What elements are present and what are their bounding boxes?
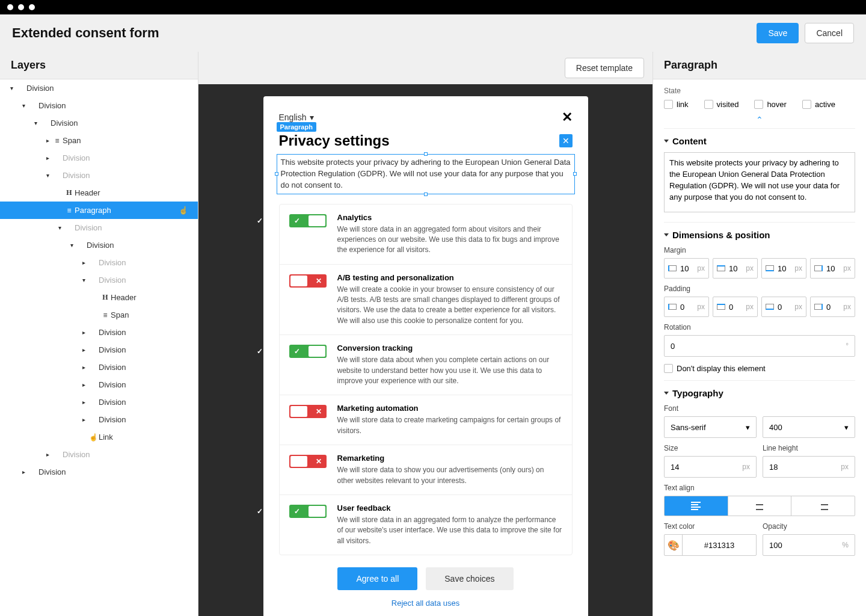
resize-handle-icon[interactable] — [424, 192, 428, 196]
delete-element-button[interactable]: ✕ — [559, 134, 573, 147]
align-center-button[interactable] — [728, 496, 792, 516]
font-select[interactable]: Sans-serif▾ — [664, 416, 757, 438]
resize-handle-icon[interactable] — [573, 172, 577, 176]
padding-row-input[interactable]: px — [713, 297, 758, 317]
box-value[interactable] — [680, 264, 697, 273]
tree-item-division[interactable]: ▸Division — [0, 324, 198, 341]
tree-item-division[interactable]: ▾Division — [0, 219, 198, 236]
tree-item-division[interactable]: ▸Division — [0, 359, 198, 376]
caret-icon[interactable]: ▸ — [79, 346, 88, 353]
caret-icon[interactable]: ▾ — [43, 172, 52, 179]
tree-item-division[interactable]: ▸Division — [0, 411, 198, 428]
caret-icon[interactable]: ▸ — [79, 416, 88, 423]
box-value[interactable] — [729, 264, 746, 273]
save-choices-button[interactable]: Save choices — [426, 567, 513, 590]
tree-item-span[interactable]: ▸≡Span — [0, 132, 198, 149]
state-active-checkbox[interactable]: active — [802, 100, 835, 109]
box-value[interactable] — [778, 264, 794, 273]
tree-item-division[interactable]: ▾Division — [0, 236, 198, 254]
content-textarea[interactable] — [664, 152, 855, 212]
resize-handle-icon[interactable] — [424, 152, 428, 156]
tree-item-division[interactable]: ▸Division — [0, 376, 198, 393]
box-value[interactable] — [680, 303, 697, 312]
state-hover-checkbox[interactable]: hover — [754, 100, 787, 109]
tree-item-division[interactable]: ▾Division — [0, 167, 198, 184]
consent-toggle[interactable]: ✕ — [289, 455, 327, 468]
caret-icon[interactable]: ▸ — [79, 364, 88, 371]
box-value[interactable] — [826, 303, 843, 312]
caret-icon[interactable]: ▸ — [43, 155, 52, 161]
tree-item-division[interactable]: ▸Division — [0, 254, 198, 271]
close-icon[interactable]: ✕ — [562, 109, 573, 125]
caret-icon[interactable]: ▸ — [19, 469, 28, 475]
padding-row-input[interactable]: px — [810, 297, 855, 317]
cancel-button[interactable]: Cancel — [805, 23, 854, 43]
tree-item-link[interactable]: ☝Link — [0, 428, 198, 446]
box-value[interactable] — [729, 303, 746, 312]
language-selector[interactable]: English▾ — [279, 112, 315, 122]
traffic-light-icon[interactable] — [29, 4, 35, 10]
margin-row-input[interactable]: px — [664, 258, 709, 279]
opacity-input[interactable]: 100% — [763, 534, 855, 556]
consent-toggle[interactable]: ✕ — [289, 274, 327, 288]
font-weight-select[interactable]: 400▾ — [763, 416, 855, 438]
tree-item-division[interactable]: ▾Division — [0, 114, 198, 132]
tree-item-division[interactable]: ▸Division — [0, 149, 198, 167]
collapse-caret-icon[interactable]: ⌃ — [664, 115, 855, 128]
tree-item-division[interactable]: ▾Division — [0, 271, 198, 289]
dimensions-section-header[interactable]: Dimensions & position — [664, 230, 855, 240]
consent-toggle[interactable]: ✓ — [289, 214, 327, 227]
layers-tree[interactable]: ▾Division▾Division▾Division▸≡Span▸Divisi… — [0, 79, 198, 616]
consent-toggle[interactable]: ✕ — [289, 405, 327, 418]
tree-item-division[interactable]: ▸Division — [0, 463, 198, 481]
margin-row-input[interactable]: px — [713, 258, 758, 279]
tree-item-header[interactable]: HHeader — [0, 184, 198, 202]
font-size-input[interactable]: 14px — [664, 456, 757, 478]
caret-icon[interactable]: ▸ — [79, 259, 88, 266]
tree-item-division[interactable]: ▸Division — [0, 446, 198, 463]
padding-row-input[interactable]: px — [664, 297, 709, 317]
traffic-light-icon[interactable] — [7, 4, 13, 10]
palette-icon[interactable]: 🎨 — [665, 535, 683, 555]
tree-item-header[interactable]: HHeader — [0, 289, 198, 306]
dont-display-checkbox[interactable]: Don't display this element — [664, 364, 855, 373]
resize-handle-icon[interactable] — [275, 172, 278, 176]
tree-item-span[interactable]: ≡Span — [0, 306, 198, 324]
lineheight-input[interactable]: 18px — [763, 456, 855, 478]
caret-icon[interactable]: ▾ — [19, 102, 28, 109]
tree-item-division[interactable]: ▾Division — [0, 97, 198, 114]
caret-icon[interactable]: ▾ — [55, 224, 64, 231]
margin-row-input[interactable]: px — [761, 258, 806, 279]
caret-icon[interactable]: ▸ — [43, 137, 52, 144]
caret-icon[interactable]: ▾ — [31, 120, 40, 126]
caret-icon[interactable]: ▾ — [7, 85, 16, 91]
text-color-input[interactable]: 🎨 #131313 — [664, 534, 757, 556]
reset-template-button[interactable]: Reset template — [565, 58, 644, 78]
traffic-light-icon[interactable] — [18, 4, 24, 10]
align-left-button[interactable] — [665, 496, 728, 516]
selected-paragraph[interactable]: This website protects your privacy by ad… — [277, 154, 575, 194]
content-section-header[interactable]: Content — [664, 136, 855, 146]
tree-item-division[interactable]: ▸Division — [0, 341, 198, 359]
caret-icon[interactable]: ▾ — [67, 242, 76, 248]
tree-item-division[interactable]: ▾Division — [0, 79, 198, 97]
save-button[interactable]: Save — [757, 23, 799, 43]
caret-icon[interactable]: ▾ — [79, 277, 88, 283]
caret-icon[interactable]: ▸ — [79, 329, 88, 336]
caret-icon[interactable]: ▸ — [79, 381, 88, 388]
caret-icon[interactable]: ▸ — [43, 451, 52, 458]
box-value[interactable] — [778, 303, 794, 312]
state-visited-checkbox[interactable]: visited — [704, 100, 739, 109]
caret-icon[interactable]: ▸ — [79, 399, 88, 405]
rotation-input[interactable]: 0° — [664, 335, 855, 357]
margin-row-input[interactable]: px — [810, 258, 855, 279]
padding-row-input[interactable]: px — [761, 297, 806, 317]
consent-toggle[interactable]: ✓ — [289, 505, 327, 518]
reject-all-link[interactable]: Reject all data uses — [279, 599, 573, 608]
state-link-checkbox[interactable]: link — [664, 100, 689, 109]
typography-section-header[interactable]: Typography — [664, 388, 855, 398]
tree-item-paragraph[interactable]: ≡Paragraph☝ — [0, 202, 198, 219]
tree-item-division[interactable]: ▸Division — [0, 393, 198, 411]
agree-all-button[interactable]: Agree to all — [337, 567, 417, 590]
align-right-button[interactable] — [791, 496, 855, 516]
